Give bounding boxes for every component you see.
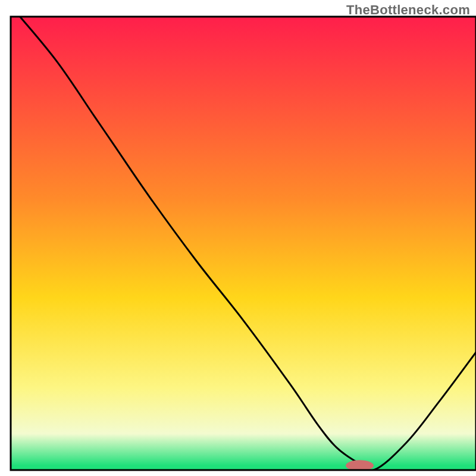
watermark-text: TheBottleneck.com xyxy=(346,2,470,18)
gradient-background xyxy=(11,17,476,470)
bottleneck-chart xyxy=(0,0,476,476)
